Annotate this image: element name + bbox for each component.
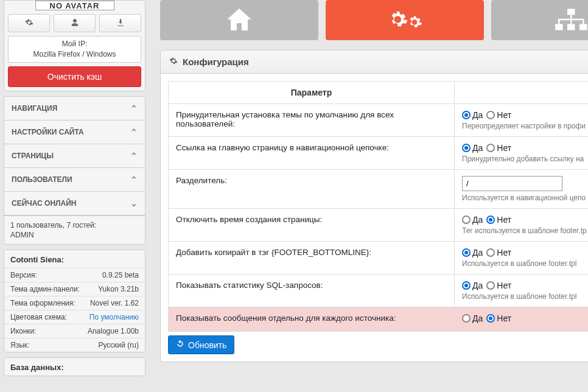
svg-rect-0 <box>567 9 575 15</box>
user-agent: Mozilla Firefox / Windows <box>12 49 137 60</box>
param-value: ДаНетТег используется в шаблоне footer.t… <box>455 209 589 242</box>
param-row: Показывать статистику SQL-запросов:ДаНет… <box>169 275 589 307</box>
param-label: Добавить копирайт в тэг {FOOTER_BOTTOMLI… <box>169 242 455 275</box>
gear-icon <box>169 57 178 67</box>
accordion-label: СТРАНИЦЫ <box>12 152 54 160</box>
radio-dot <box>486 111 495 119</box>
update-label: Обновить <box>188 340 226 350</box>
radio-option-no[interactable]: Нет <box>486 313 511 323</box>
clear-cache-button[interactable]: Очистить кэш <box>8 66 141 87</box>
meta-value: Yukon 3.21b <box>98 285 139 293</box>
ip-info: Мой IP: Mozilla Firefox / Windows <box>8 36 141 63</box>
config-panel: Конфигурация Параметр Принудительная уст… <box>160 50 588 362</box>
ip-label: Мой IP: <box>12 39 137 49</box>
radio-label: Да <box>472 313 483 323</box>
radio-label: Да <box>472 215 483 225</box>
config-title: Конфигурация <box>183 57 249 67</box>
radio-option-no[interactable]: Нет <box>486 143 511 153</box>
radio-option-yes[interactable]: Да <box>462 143 483 153</box>
meta-value[interactable]: По умолчанию <box>89 313 139 321</box>
meta-key: Версия: <box>10 271 37 279</box>
meta-row: Язык:Русский (ru) <box>4 338 145 352</box>
accordion-item[interactable]: СЕЙЧАС ОНЛАЙН⌄ <box>4 192 145 215</box>
avatar-placeholder: NO AVATAR <box>35 1 114 10</box>
meta-key: Цветовая схема: <box>10 313 67 321</box>
accordion-item[interactable]: НАСТРОЙКИ САЙТА⌃ <box>4 121 145 144</box>
radio-option-yes[interactable]: Да <box>462 215 483 225</box>
tile-config[interactable] <box>326 0 484 40</box>
chevron-up-icon: ⌃ <box>130 103 138 113</box>
meta-value: Русский (ru) <box>98 341 139 349</box>
online-box: 1 пользователь, 7 гостей:ADMIN <box>4 215 145 244</box>
param-value: ДаНетПереопределяет настройки в профи <box>455 104 589 137</box>
radio-label: Нет <box>497 313 511 323</box>
db-panel: База данных: <box>4 357 145 376</box>
logout-button[interactable] <box>99 14 141 32</box>
param-value: ДаНетИспользуется в шаблоне footer.tpl <box>455 275 589 307</box>
accordion: НАВИГАЦИЯ⌃НАСТРОЙКИ САЙТА⌃СТРАНИЦЫ⌃ПОЛЬЗ… <box>4 96 145 245</box>
radio-option-yes[interactable]: Да <box>462 110 483 120</box>
radio-option-yes[interactable]: Да <box>462 313 483 323</box>
param-hint: Тег используется в шаблоне footer.tp <box>462 226 588 235</box>
radio-label: Нет <box>497 143 511 153</box>
meta-row: Тема оформления:Novel ver. 1.62 <box>4 296 145 310</box>
radio-label: Да <box>472 281 483 290</box>
separator-input[interactable] <box>462 176 562 191</box>
exit-icon <box>116 18 125 29</box>
param-value: ДаНетИспользуется в шаблоне footer.tpl <box>455 242 589 275</box>
tile-home[interactable] <box>160 0 318 40</box>
chevron-up-icon: ⌃ <box>130 151 138 161</box>
radio-label: Да <box>472 110 483 120</box>
radio-dot <box>462 314 471 323</box>
radio-label: Нет <box>497 248 511 257</box>
accordion-item[interactable]: НАВИГАЦИЯ⌃ <box>4 97 145 121</box>
home-icon <box>222 5 256 36</box>
params-table: Параметр Принудительная установка темы п… <box>168 81 588 332</box>
radio-dot <box>462 215 471 224</box>
param-label: Показывать сообщения отдельно для каждог… <box>169 307 455 332</box>
settings-button[interactable] <box>8 14 50 32</box>
radio-label: Нет <box>497 281 511 290</box>
param-row: Разделитель:Используется в навигационной… <box>169 170 589 209</box>
system-info-title: Cotonti Siena: <box>4 250 145 268</box>
tile-structure[interactable] <box>491 0 588 40</box>
radio-option-no[interactable]: Нет <box>486 248 511 257</box>
sitemap-icon <box>552 6 588 35</box>
param-row: Отключить время создания страницы:ДаНетТ… <box>169 209 589 242</box>
radio-option-no[interactable]: Нет <box>486 110 511 120</box>
radio-dot <box>486 281 495 290</box>
profile-button[interactable] <box>54 14 96 32</box>
radio-option-yes[interactable]: Да <box>462 248 483 257</box>
online-user: ADMIN <box>10 231 139 239</box>
radio-label: Да <box>472 248 483 257</box>
accordion-item[interactable]: СТРАНИЦЫ⌃ <box>4 144 145 168</box>
radio-dot <box>486 215 495 224</box>
online-summary: 1 пользователь, 7 гостей: <box>10 221 96 229</box>
param-hint: Переопределяет настройки в профи <box>462 122 588 130</box>
meta-key: Тема оформления: <box>10 299 75 307</box>
meta-row: Иконки:Analogue 1.00b <box>4 324 145 338</box>
accordion-item[interactable]: ПОЛЬЗОВАТЕЛИ⌃ <box>4 168 145 192</box>
param-label: Разделитель: <box>169 170 455 209</box>
meta-key: Иконки: <box>10 327 37 335</box>
system-info-panel: Cotonti Siena: Версия:0.9.25 betaТема ад… <box>4 250 145 352</box>
radio-option-yes[interactable]: Да <box>462 281 483 290</box>
radio-option-no[interactable]: Нет <box>486 215 511 225</box>
radio-dot <box>486 144 495 152</box>
param-label: Ссылка на главную страницу в навигационн… <box>169 137 455 170</box>
meta-value: Analogue 1.00b <box>88 327 139 335</box>
param-value: ДаНет <box>455 307 589 332</box>
chevron-up-icon: ⌃ <box>130 175 138 184</box>
radio-dot <box>462 281 471 290</box>
meta-value: 0.9.25 beta <box>102 271 139 279</box>
update-button[interactable]: Обновить <box>168 335 234 354</box>
accordion-label: НАСТРОЙКИ САЙТА <box>12 128 84 136</box>
param-label: Отключить время создания страницы: <box>169 209 455 242</box>
chevron-down-icon: ⌄ <box>130 198 138 208</box>
param-header: Параметр <box>169 82 455 104</box>
accordion-label: СЕЙЧАС ОНЛАЙН <box>12 199 76 208</box>
radio-option-no[interactable]: Нет <box>486 281 511 290</box>
radio-dot <box>462 144 471 152</box>
refresh-icon <box>176 340 184 350</box>
svg-rect-2 <box>567 24 575 30</box>
